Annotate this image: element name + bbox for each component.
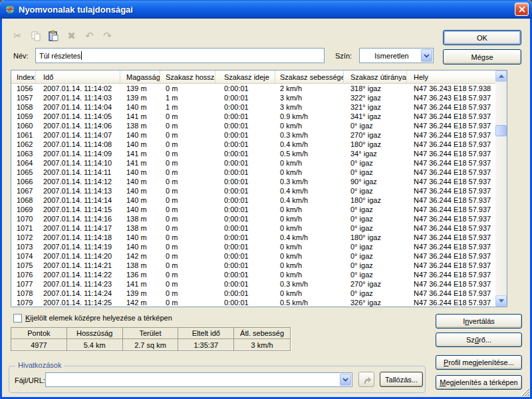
table-row[interactable]: 10612007.01.14. 11:14:07140 m0 m0:00:010… bbox=[11, 130, 495, 140]
table-cell: N47 36.244 E18 57.937 bbox=[407, 149, 495, 158]
center-on-map-label[interactable]: Kijelölt elemek középre helyezése a térk… bbox=[25, 314, 172, 322]
table-cell: 0 m bbox=[160, 140, 215, 149]
table-row[interactable]: 10672007.01.14. 11:14:13140 m0 m0:00:010… bbox=[11, 186, 495, 196]
table-row[interactable]: 10662007.01.14. 11:14:12140 m0 m0:00:010… bbox=[11, 177, 495, 186]
table-row[interactable]: 10632007.01.14. 11:14:09141 m0 m0:00:010… bbox=[11, 149, 495, 158]
scrollbar-thumb[interactable] bbox=[495, 125, 507, 136]
open-link-button[interactable] bbox=[358, 372, 374, 387]
table-cell: N47 36.244 E18 57.937 bbox=[407, 205, 495, 214]
close-button[interactable] bbox=[515, 3, 529, 16]
table-cell: 1056 bbox=[11, 84, 36, 93]
table-cell: 0.5 km/h bbox=[275, 149, 344, 158]
table-cell: 2007.01.14. 11:14:12 bbox=[36, 177, 120, 186]
table-row[interactable]: 10652007.01.14. 11:14:11140 m0 m0:00:010… bbox=[11, 168, 495, 177]
table-cell: 141 m bbox=[120, 158, 160, 168]
table-row[interactable]: 10702007.01.14. 11:14:16138 m0 m0:00:010… bbox=[11, 214, 495, 223]
table-row[interactable]: 10602007.01.14. 11:14:06138 m0 m0:00:010… bbox=[11, 121, 495, 130]
table-cell: 0 km/h bbox=[275, 158, 344, 168]
filter-button[interactable]: Szűrő... bbox=[436, 332, 522, 347]
table-cell: 0:00:01 bbox=[215, 261, 275, 270]
table-cell: N47 36.244 E18 57.937 bbox=[407, 289, 495, 298]
table-row[interactable]: 10582007.01.14. 11:14:04140 m1 m0:00:013… bbox=[11, 102, 495, 112]
table-cell: 0° igaz bbox=[344, 270, 407, 279]
color-value: Ismeretlen bbox=[374, 52, 408, 60]
cut-icon[interactable]: ✂ bbox=[11, 29, 25, 43]
column-header-6[interactable]: Szakasz útiránya bbox=[344, 70, 407, 83]
table-cell: 140 m bbox=[120, 196, 160, 205]
table-row[interactable]: 10682007.01.14. 11:14:14140 m0 m0:00:010… bbox=[11, 196, 495, 205]
table-cell: N47 36.244 E18 57.937 bbox=[407, 121, 495, 130]
table-row[interactable]: 10642007.01.14. 11:14:10141 m0 m0:00:010… bbox=[11, 158, 495, 168]
table-row[interactable]: 10562007.01.14. 11:14:02139 m0 m0:00:012… bbox=[11, 84, 495, 93]
table-row[interactable]: 10712007.01.14. 11:14:17138 m0 m0:00:010… bbox=[11, 223, 495, 233]
vertical-scrollbar[interactable] bbox=[495, 70, 507, 307]
column-header-4[interactable]: Szakasz ideje bbox=[215, 70, 275, 83]
color-combobox[interactable]: Ismeretlen bbox=[359, 48, 434, 63]
redo-icon[interactable]: ↷ bbox=[100, 29, 114, 43]
scroll-up-button[interactable] bbox=[495, 70, 507, 82]
table-row[interactable]: 10762007.01.14. 11:14:22136 m0 m0:00:010… bbox=[11, 270, 495, 279]
table-cell: 2007.01.14. 11:14:06 bbox=[36, 121, 120, 130]
name-input[interactable]: Túl részletes bbox=[35, 48, 325, 63]
column-header-5[interactable]: Szakasz sebessége bbox=[275, 70, 344, 83]
title-bar[interactable]: Nyomvonalak tulajdonságai bbox=[0, 0, 532, 19]
table-row[interactable]: 10772007.01.14. 11:14:23141 m0 m0:00:010… bbox=[11, 279, 495, 289]
table-cell: 0 km/h bbox=[275, 261, 344, 270]
table-cell: 0:00:01 bbox=[215, 84, 275, 93]
table-cell: 140 m bbox=[120, 186, 160, 196]
column-header-2[interactable]: Magasság bbox=[120, 70, 160, 83]
table-cell: 1078 bbox=[11, 289, 36, 298]
summary-value-row: 49775.4 km2.7 sq km1:35:373 km/h bbox=[11, 339, 290, 350]
table-row[interactable]: 10622007.01.14. 11:14:08140 m0 m0:00:010… bbox=[11, 140, 495, 149]
column-header-7[interactable]: Hely bbox=[407, 70, 495, 83]
chevron-down-icon bbox=[342, 378, 348, 382]
table-cell: 0 m bbox=[160, 177, 215, 186]
table-cell: 180° igaz bbox=[344, 233, 407, 242]
track-points-table: IndexIdőMagasságSzakasz hosszaSzakasz id… bbox=[11, 70, 507, 307]
table-cell: 1057 bbox=[11, 93, 36, 102]
table-cell: 341° igaz bbox=[344, 112, 407, 121]
scroll-down-button[interactable] bbox=[495, 295, 507, 307]
cancel-button[interactable]: Mégse bbox=[443, 49, 521, 65]
table-row[interactable]: 10732007.01.14. 11:14:19140 m0 m0:00:010… bbox=[11, 242, 495, 251]
table-cell: N47 36.244 E18 57.937 bbox=[407, 102, 495, 112]
table-row[interactable]: 10572007.01.14. 11:14:03139 m1 m0:00:013… bbox=[11, 93, 495, 102]
resize-grip[interactable] bbox=[520, 387, 529, 396]
table-cell: 0:00:01 bbox=[215, 242, 275, 251]
table-cell: 140 m bbox=[120, 140, 160, 149]
summary-header-cell: Terület bbox=[123, 328, 179, 338]
table-cell: 0 m bbox=[160, 168, 215, 177]
table-row[interactable]: 10722007.01.14. 11:14:18140 m0 m0:00:010… bbox=[11, 233, 495, 242]
color-dropdown-button[interactable] bbox=[421, 49, 432, 62]
copy-icon[interactable] bbox=[29, 29, 43, 43]
table-row[interactable]: 10742007.01.14. 11:14:20142 m0 m0:00:010… bbox=[11, 251, 495, 261]
table-row[interactable]: 10782007.01.14. 11:14:24139 m0 m0:00:010… bbox=[11, 289, 495, 298]
ok-button[interactable]: OK bbox=[443, 30, 521, 45]
table-cell: N47 36.244 E18 57.937 bbox=[407, 233, 495, 242]
table-cell: 180° igaz bbox=[344, 140, 407, 149]
table-cell: 2007.01.14. 11:14:19 bbox=[36, 242, 120, 251]
table-cell: 140 m bbox=[120, 102, 160, 112]
invert-button[interactable]: Invertálás bbox=[436, 314, 522, 329]
column-header-1[interactable]: Idő bbox=[36, 70, 120, 83]
file-url-combobox[interactable] bbox=[45, 372, 352, 387]
delete-icon[interactable]: ✖ bbox=[65, 29, 78, 43]
column-header-3[interactable]: Szakasz hossza bbox=[160, 70, 215, 83]
table-cell: N47 36.244 E18 57.937 bbox=[407, 130, 495, 140]
table-row[interactable]: 10592007.01.14. 11:14:05141 m0 m0:00:010… bbox=[11, 112, 495, 121]
show-on-map-button[interactable]: Megjelenítés a térképen bbox=[436, 375, 522, 390]
summary-header-cell: Átl. sebesség bbox=[234, 328, 290, 338]
center-on-map-checkbox[interactable] bbox=[13, 314, 22, 323]
summary-header-row: PontokHosszúságTerületEltelt időÁtl. seb… bbox=[11, 328, 290, 339]
show-profile-button[interactable]: Profil megjelenítése... bbox=[436, 355, 522, 370]
column-header-0[interactable]: Index bbox=[11, 70, 36, 83]
browse-button[interactable]: Tallózás... bbox=[380, 372, 423, 387]
undo-icon[interactable]: ↶ bbox=[82, 29, 96, 43]
table-cell: N47 36.244 E18 57.937 bbox=[407, 177, 495, 186]
table-row[interactable]: 10792007.01.14. 11:14:25142 m0 m0:00:010… bbox=[11, 298, 495, 307]
table-cell: 0° igaz bbox=[344, 158, 407, 168]
table-row[interactable]: 10692007.01.14. 11:14:15140 m0 m0:00:010… bbox=[11, 205, 495, 214]
file-url-dropdown-button[interactable] bbox=[340, 374, 351, 386]
paste-icon[interactable] bbox=[47, 29, 61, 43]
table-row[interactable]: 10752007.01.14. 11:14:21138 m0 m0:00:010… bbox=[11, 261, 495, 270]
